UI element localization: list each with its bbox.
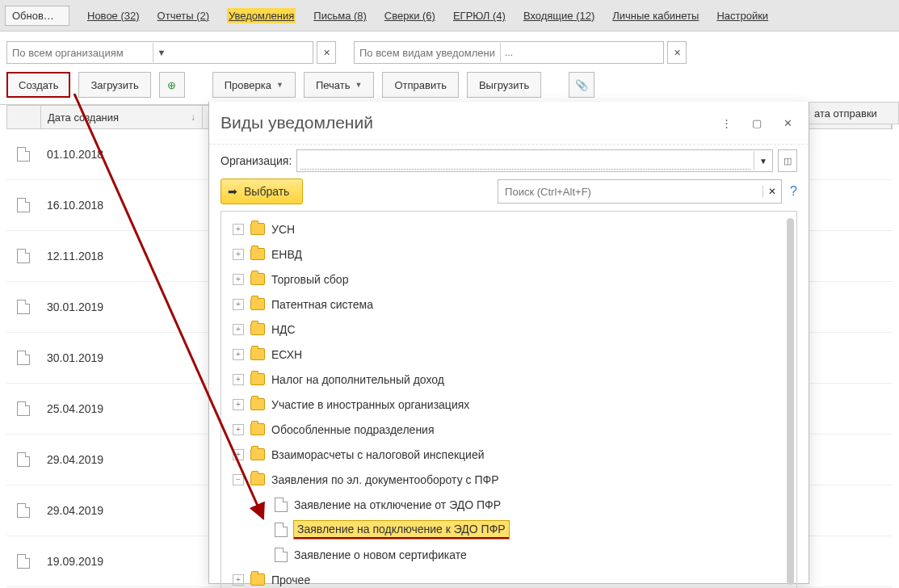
dialog-header: Виды уведомлений ⋮ ▢ ✕ <box>209 102 809 145</box>
document-icon <box>275 548 288 562</box>
collapse-icon[interactable] <box>233 474 244 485</box>
maximize-icon[interactable]: ▢ <box>749 115 765 131</box>
tree-folder[interactable]: Патентная система <box>221 292 796 317</box>
tree-item[interactable]: Заявление о новом сертификате <box>221 542 796 567</box>
print-button[interactable]: Печать▼ <box>304 72 375 98</box>
tree-folder[interactable]: Участие в иностранных организациях <box>221 392 796 417</box>
search-field[interactable]: ✕ <box>498 179 782 204</box>
cell-date: 30.01.2019 <box>40 300 208 313</box>
org-filter[interactable]: ▼ <box>6 41 313 64</box>
tab-settings[interactable]: Настройки <box>716 10 768 22</box>
expand-icon[interactable] <box>233 224 244 235</box>
org-popup-button[interactable]: ◫ <box>778 149 797 172</box>
tree-folder[interactable]: Заявления по эл. документообороту с ПФР <box>221 467 796 492</box>
document-icon <box>17 147 30 162</box>
send-button[interactable]: Отправить <box>382 72 458 98</box>
search-input[interactable] <box>498 186 762 198</box>
export-button[interactable]: Выгрузить <box>467 72 541 98</box>
tree-folder[interactable]: Взаиморасчеты с налоговой инспекцией <box>221 442 796 467</box>
tree-folder[interactable]: Торговый сбор <box>221 267 796 292</box>
tree-item[interactable]: Заявление на подключение к ЭДО ПФР <box>221 517 796 542</box>
expand-icon[interactable] <box>233 274 244 285</box>
document-icon <box>275 498 288 512</box>
tree-folder[interactable]: Прочее <box>221 567 796 588</box>
expand-icon[interactable] <box>233 449 244 460</box>
load-button[interactable]: Загрузить <box>78 72 150 98</box>
tree-folder[interactable]: Налог на дополнительный доход <box>221 367 796 392</box>
refresh-button[interactable]: Обнов… <box>5 6 69 26</box>
folder-icon <box>250 473 265 485</box>
create-button[interactable]: Создать <box>6 72 70 98</box>
cell-date: 12.11.2018 <box>40 250 208 262</box>
sort-down-icon: ↓ <box>191 111 195 123</box>
col-sent-date[interactable]: ата отправки <box>808 102 899 124</box>
tab-incoming[interactable]: Входящие (12) <box>523 10 594 22</box>
expand-icon[interactable] <box>233 249 244 260</box>
document-icon <box>17 554 30 569</box>
cell-date: 25.04.2019 <box>40 402 208 415</box>
col-date[interactable]: Дата создания ↓ <box>41 106 203 128</box>
chevron-down-icon[interactable]: ▼ <box>754 151 772 170</box>
tree-label: НДС <box>271 323 296 336</box>
close-icon[interactable]: ✕ <box>779 115 796 131</box>
cell-date: 29.04.2019 <box>40 504 208 517</box>
tree-folder[interactable]: НДС <box>221 317 796 342</box>
tree-folder[interactable]: УСН <box>221 216 796 242</box>
tab-letters[interactable]: Письма (8) <box>313 10 367 22</box>
document-icon <box>17 249 30 263</box>
org-filter-input[interactable] <box>7 47 153 59</box>
scrollbar-thumb[interactable] <box>787 218 794 585</box>
select-icon: ➡ <box>228 185 237 198</box>
tree-label: Торговый сбор <box>271 273 348 286</box>
more-icon[interactable]: ⋮ <box>718 115 734 131</box>
cell-date: 30.01.2019 <box>40 351 208 364</box>
tree-label: Заявление на подключение к ЭДО ПФР <box>294 521 509 539</box>
check-label: Проверка <box>225 79 271 91</box>
tree-folder[interactable]: Обособленные подразделения <box>221 417 796 442</box>
search-clear[interactable]: ✕ <box>762 186 781 197</box>
chevron-down-icon: ▼ <box>276 81 284 89</box>
attach-button[interactable]: 📎 <box>569 72 594 98</box>
cell-date: 01.10.2018 <box>40 148 208 161</box>
expand-icon[interactable] <box>233 349 244 360</box>
tab-new[interactable]: Новое (32) <box>87 10 140 22</box>
folder-icon <box>250 348 265 360</box>
select-label: Выбрать <box>244 185 289 198</box>
org-filter-clear[interactable]: ✕ <box>317 41 336 64</box>
type-filter-clear[interactable]: ✕ <box>667 41 687 64</box>
tree-folder[interactable]: ЕНВД <box>221 242 796 267</box>
select-button[interactable]: ➡ Выбрать <box>221 178 303 204</box>
help-icon[interactable]: ? <box>790 184 797 199</box>
expand-icon[interactable] <box>233 324 244 335</box>
expand-icon[interactable] <box>233 424 244 435</box>
org-combo[interactable]: ▼ <box>296 149 773 172</box>
expand-icon[interactable] <box>233 399 244 410</box>
tab-notifications[interactable]: Уведомления <box>227 8 296 23</box>
check-button[interactable]: Проверка▼ <box>212 72 296 98</box>
tab-cabinets[interactable]: Личные кабинеты <box>612 10 699 22</box>
add-file-button[interactable]: ⊕ <box>159 72 185 98</box>
add-file-icon: ⊕ <box>167 79 176 91</box>
chevron-down-icon: ▼ <box>355 81 363 89</box>
type-filter-input[interactable] <box>355 47 500 59</box>
tree-folder[interactable]: ЕСХН <box>221 342 796 367</box>
tree: УСНЕНВДТорговый сборПатентная системаНДС… <box>221 211 797 588</box>
tab-egrul[interactable]: ЕГРЮЛ (4) <box>453 10 506 22</box>
tree-item[interactable]: Заявление на отключение от ЭДО ПФР <box>221 492 796 517</box>
export-label: Выгрузить <box>479 79 529 91</box>
folder-icon <box>250 448 265 460</box>
type-filter[interactable]: … <box>354 41 664 64</box>
tree-label: Взаиморасчеты с налоговой инспекцией <box>271 448 485 461</box>
chevron-down-icon[interactable]: ▼ <box>153 43 170 62</box>
tab-sverki[interactable]: Сверки (6) <box>384 10 435 22</box>
expand-icon[interactable] <box>233 574 244 586</box>
expand-icon[interactable] <box>233 374 244 385</box>
dialog-title: Виды уведомлений <box>221 113 373 132</box>
tree-label: Заявление о новом сертификате <box>294 548 467 561</box>
folder-icon <box>250 398 265 410</box>
tab-reports[interactable]: Отчеты (2) <box>158 10 209 22</box>
ellipsis-icon[interactable]: … <box>500 43 517 62</box>
paperclip-icon: 📎 <box>575 79 588 91</box>
folder-icon <box>250 248 265 260</box>
expand-icon[interactable] <box>233 299 244 310</box>
